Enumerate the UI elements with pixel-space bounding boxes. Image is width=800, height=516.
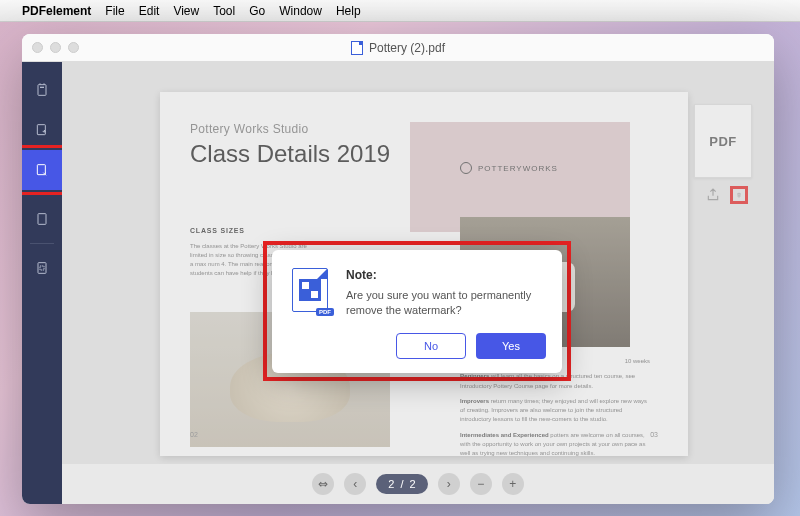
dialog-message: Are you sure you want to permanently rem…: [346, 288, 546, 319]
menu-window[interactable]: Window: [279, 4, 322, 18]
sidebar-thumbnails[interactable]: [22, 70, 62, 110]
menu-view[interactable]: View: [173, 4, 199, 18]
page-indicator[interactable]: 2 / 2: [376, 474, 427, 494]
svg-rect-7: [40, 266, 44, 270]
yes-button[interactable]: Yes: [476, 333, 546, 359]
titlebar: Pottery (2).pdf: [22, 34, 774, 62]
sidebar-blank-page[interactable]: [22, 199, 62, 239]
current-page: 2: [388, 478, 394, 490]
annotation-highlight: [22, 145, 67, 195]
menu-file[interactable]: File: [105, 4, 124, 18]
crop-icon: [34, 260, 50, 276]
minimize-window-button[interactable]: [50, 42, 61, 53]
window-title-text: Pottery (2).pdf: [369, 41, 445, 55]
pdf-file-icon: [351, 41, 363, 55]
footer-toolbar: ⇔ ‹ 2 / 2 › − +: [62, 464, 774, 504]
thumbnails-icon: [34, 82, 50, 98]
svg-rect-6: [38, 263, 46, 274]
zoom-in-button[interactable]: +: [502, 473, 524, 495]
menu-help[interactable]: Help: [336, 4, 361, 18]
zoom-window-button[interactable]: [68, 42, 79, 53]
svg-rect-5: [38, 214, 46, 225]
blank-page-icon: [34, 211, 50, 227]
document-canvas: Pottery Works Studio Class Details 2019 …: [62, 62, 774, 504]
dialog-title: Note:: [346, 268, 546, 282]
zoom-out-button[interactable]: −: [470, 473, 492, 495]
next-page-button[interactable]: ›: [438, 473, 460, 495]
app-window: Pottery (2).pdf: [22, 34, 774, 504]
sidebar-export[interactable]: [22, 110, 62, 150]
confirm-dialog: PDF Note: Are you sure you want to perma…: [272, 250, 562, 373]
total-pages: 2: [410, 478, 416, 490]
svg-rect-0: [38, 85, 46, 96]
left-sidebar: [22, 62, 62, 504]
menubar: PDFelement File Edit View Tool Go Window…: [0, 0, 800, 22]
prev-page-button[interactable]: ‹: [344, 473, 366, 495]
menu-go[interactable]: Go: [249, 4, 265, 18]
window-title: Pottery (2).pdf: [351, 41, 445, 55]
sidebar-crop[interactable]: [22, 248, 62, 288]
app-menu[interactable]: PDFelement: [22, 4, 91, 18]
sidebar-divider: [30, 243, 54, 244]
traffic-lights: [32, 42, 79, 53]
menu-tool[interactable]: Tool: [213, 4, 235, 18]
dialog-app-icon: PDF: [288, 268, 332, 318]
svg-rect-3: [37, 125, 45, 135]
sidebar-watermark-tool[interactable]: [22, 150, 62, 190]
export-icon: [34, 122, 50, 138]
close-window-button[interactable]: [32, 42, 43, 53]
no-button[interactable]: No: [396, 333, 466, 359]
fit-width-button[interactable]: ⇔: [312, 473, 334, 495]
page-separator: /: [400, 478, 403, 490]
menu-edit[interactable]: Edit: [139, 4, 160, 18]
